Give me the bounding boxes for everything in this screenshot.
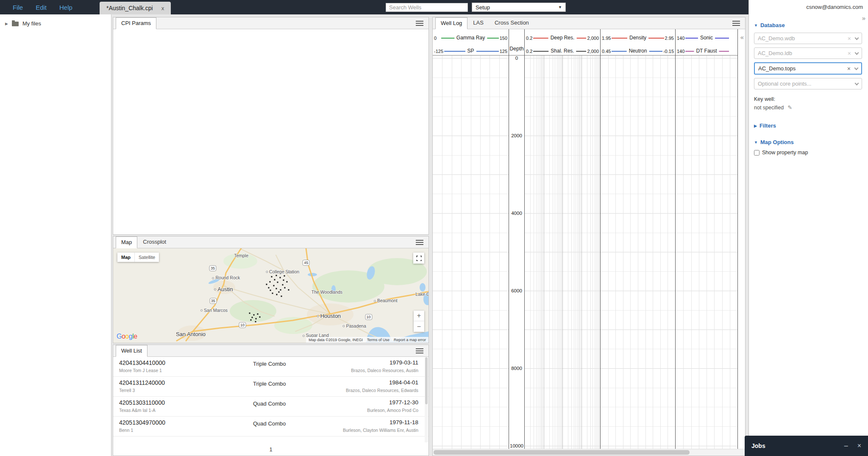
well-operator: Brazos, Daleco Resources, Edwards [346,388,418,393]
curve-scale-min: 0.45 [601,49,612,54]
pagination-page-number[interactable]: 1 [113,443,428,456]
well-location-dot [284,275,285,276]
well-row[interactable]: 42041311240000Terrell 3Triple Combo1984-… [113,377,428,397]
section-filters[interactable]: ▶ Filters [754,122,862,129]
well-operator: Burleson, Clayton Williams Enr, Austin [343,428,418,433]
well-row[interactable]: 42041304410000Moore Tom J Lease 1Triple … [113,357,428,377]
chevron-down-icon[interactable] [855,36,859,40]
clear-icon[interactable]: × [848,50,851,57]
section-database[interactable]: ▼ Database [754,22,862,28]
zoom-in-button[interactable]: + [414,311,424,321]
chevron-down-icon[interactable] [854,66,859,70]
zoom-out-button[interactable]: − [414,321,424,332]
show-property-map-checkbox[interactable] [754,150,760,156]
chevron-down-icon[interactable] [855,81,859,85]
collapse-sidebar-icon[interactable]: » [862,14,865,22]
map-city-label: Temple [234,253,248,258]
clear-icon[interactable]: × [847,65,851,72]
database-select[interactable]: AC_Demo.ldb× [754,47,862,59]
terms-of-use-link[interactable]: Terms of Use [367,338,389,342]
well-list-scrollbar[interactable] [425,357,428,442]
grid-line [653,56,653,449]
minimize-icon[interactable]: – [844,442,848,450]
highway-shield: 10 [365,314,372,320]
menu-icon[interactable] [416,21,423,27]
depth-header-label: Depth [509,46,523,52]
sidebar-item-my-files[interactable]: ▶ My files [0,14,111,27]
fullscreen-button[interactable] [413,253,424,264]
horizontal-scrollbar[interactable] [433,449,745,456]
report-map-error-link[interactable]: Report a map error [394,338,426,342]
curve-scale-min: -125 [433,49,444,54]
map-tabstrip: Map Crossplot [113,236,428,248]
section-map-options[interactable]: ▼ Map Options [754,139,862,145]
grid-line [471,56,471,449]
grid-line [490,56,490,449]
menu-help[interactable]: Help [59,4,72,11]
curve-scale-max: 150 [499,36,508,41]
well-location-dot [255,321,256,322]
map-canvas[interactable]: Map Satellite + − Google Map data ©2019 … [113,248,428,343]
fullscreen-icon [416,256,422,261]
menu-icon[interactable] [416,348,423,354]
city-marker-icon [343,325,345,327]
grid-line [540,56,540,449]
map-city-label: The Woodlands [312,289,342,295]
well-location-dot [273,285,274,286]
menu-edit[interactable]: Edit [36,4,47,11]
map-type-satellite-button[interactable]: Satellite [135,253,159,262]
grid-line [480,56,481,449]
collapse-panel-icon[interactable]: « [740,33,744,41]
scrollbar-thumb[interactable] [434,450,690,455]
database-sidebar: csnow@danomics.com » ▼ Database AC_Demo.… [748,0,868,456]
expand-chevron-icon[interactable]: ▶ [5,22,8,26]
grid-line [561,56,561,449]
scrollbar-thumb[interactable] [425,357,428,404]
setup-dropdown[interactable]: Setup ▼ [472,3,566,12]
tab-well-list[interactable]: Well List [116,345,147,357]
well-row[interactable]: 42051304970000Benn 1Quad Combo1979-11-18… [113,417,428,437]
well-name: Benn 1 [119,428,133,433]
menu-icon[interactable] [416,240,423,246]
folder-icon [12,22,19,26]
city-marker-icon [302,335,304,337]
grid-line [559,56,560,449]
well-log-type: Quad Combo [253,400,286,407]
search-wells-input[interactable] [386,3,468,12]
grid-line [598,56,599,449]
tab-crossplot[interactable]: Crossplot [137,236,172,248]
grid-line [452,56,452,449]
tab-las[interactable]: LAS [467,17,489,29]
curve-scale-max: 2,000 [586,49,600,54]
select-value: AC_Demo.tops [758,65,847,72]
cpi-params-panel: CPI Params [113,17,429,235]
tab-cross-section[interactable]: Cross Section [489,17,534,29]
well-list-rows: 42041304410000Moore Tom J Lease 1Triple … [113,357,428,443]
tab-well-log[interactable]: Well Log [435,17,467,29]
database-select[interactable]: AC_Demo.wdb× [754,33,862,44]
well-location-dot [271,276,273,277]
depth-tick-label: 8000 [509,366,524,371]
clear-icon[interactable]: × [848,35,851,42]
show-property-map-row: Show property map [754,150,862,156]
close-icon[interactable]: × [857,442,861,450]
document-tab[interactable]: *Austin_Chalk.cpi x [100,2,171,14]
log-track: Density1.952.95Neutron0.45-0.15 [601,29,676,449]
jobs-bar[interactable]: Jobs – × [745,436,868,456]
database-select[interactable]: Optional core points... [754,78,862,89]
edit-pencil-icon[interactable]: ✎ [787,104,792,111]
well-location-dot [277,282,278,283]
tab-map[interactable]: Map [116,236,137,248]
map-city-label: Lake Ch [415,292,428,297]
chevron-down-icon[interactable] [855,50,859,55]
close-tab-icon[interactable]: x [161,5,164,11]
database-select[interactable]: AC_Demo.tops× [754,62,862,75]
key-well-value: not specified [754,105,784,111]
map-type-map-button[interactable]: Map [117,253,135,262]
menu-file[interactable]: File [13,4,23,11]
section-closed-icon: ▶ [754,124,757,128]
well-row[interactable]: 42051303110000Texas A&m Ial 1-AQuad Comb… [113,397,428,417]
curve-scale-min: 0 [433,36,437,41]
menu-icon[interactable] [732,21,740,27]
tab-cpi-params[interactable]: CPI Params [116,17,156,29]
